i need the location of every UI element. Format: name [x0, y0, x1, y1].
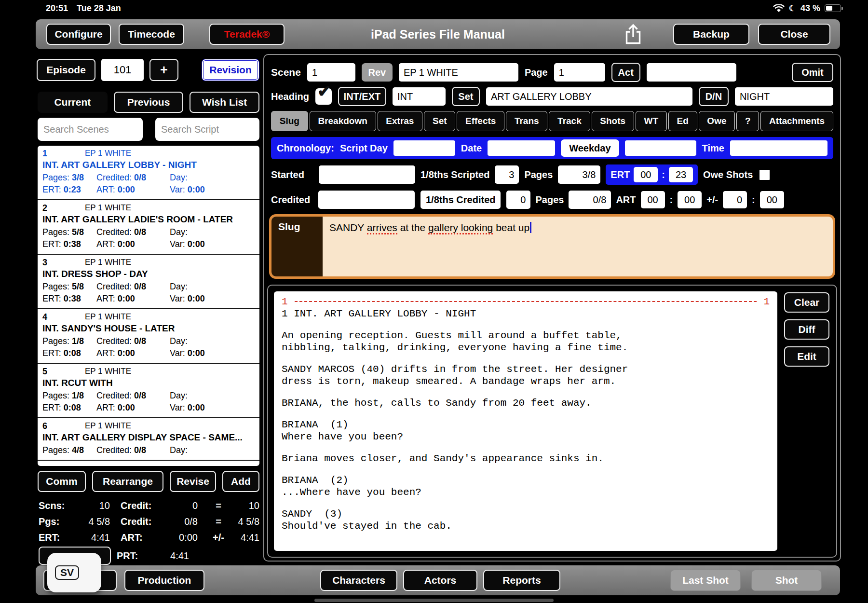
started-date-field[interactable] — [319, 165, 415, 184]
int-ext-button[interactable]: INT/EXT — [338, 87, 386, 106]
scene-list-item[interactable]: 3EP 1 WHITEINT. DRESS SHOP - DAYPages: 5… — [38, 255, 259, 309]
clear-button[interactable]: Clear — [784, 292, 829, 313]
eighths-credited-field[interactable]: 0 — [506, 191, 530, 209]
day-night-button[interactable]: D/N — [699, 87, 729, 106]
scene-list-item[interactable]: 2EP 1 WHITEINT. ART GALLERY LADIE'S ROOM… — [38, 200, 259, 255]
scene-item-number: 1 — [42, 149, 47, 158]
script-action-line: An opening reception. Guests mill around… — [282, 329, 770, 342]
tab-slug[interactable]: Slug — [271, 111, 308, 131]
share-export-icon[interactable] — [622, 23, 644, 45]
top-toolbar: Configure Timecode Teradek® iPad Series … — [36, 19, 840, 49]
stats-row: Scns:10Credit:0=10 — [39, 498, 260, 514]
int-ext-field[interactable]: INT — [393, 87, 446, 106]
scene-list-item[interactable]: 5EP 1 WHITEINT. RCUT WITHPages: 1/8Credi… — [38, 364, 259, 418]
eighths-credited-button[interactable]: 1/8ths Credited — [420, 190, 502, 210]
ert-hours-field[interactable]: 00 — [634, 167, 658, 182]
tab-track[interactable]: Track — [549, 111, 590, 131]
tab-wt[interactable]: WT — [636, 111, 667, 131]
actors-button[interactable]: Actors — [403, 570, 477, 591]
pages-scripted-field[interactable]: 3/8 — [558, 165, 600, 184]
script-scene-line: 1 INT. ART GALLERY LOBBY - NIGHT — [282, 308, 770, 320]
reports-button[interactable]: Reports — [483, 570, 560, 591]
act-button[interactable]: Act — [611, 63, 640, 82]
episode-button[interactable]: Episode — [37, 59, 95, 81]
omit-button[interactable]: Omit — [792, 63, 833, 82]
script-day-label: Script Day — [340, 143, 388, 154]
scene-list-item[interactable]: 1EP 1 WHITEINT. ART GALLERY LOBBY - NIGH… — [38, 146, 259, 200]
wifi-icon — [773, 4, 785, 13]
tab-effects[interactable]: Effects — [457, 111, 504, 131]
add-button[interactable]: Add — [222, 471, 259, 492]
scene-number-field[interactable]: 1 — [307, 63, 355, 82]
characters-button[interactable]: Characters — [320, 570, 397, 591]
tab-attachments[interactable]: Attachments — [760, 111, 833, 131]
eighths-scripted-field[interactable]: 3 — [495, 165, 519, 184]
home-indicator[interactable] — [314, 599, 554, 602]
stat-label: Pgs: — [39, 516, 80, 527]
revision-name-field[interactable]: EP 1 WHITE — [399, 63, 518, 82]
episode-number-field[interactable]: 101 — [101, 59, 144, 81]
tab-set[interactable]: Set — [424, 111, 455, 131]
tab-trans[interactable]: Trans — [506, 111, 547, 131]
left-tab-wish-list[interactable]: Wish List — [190, 92, 259, 113]
teradek-button[interactable]: Teradek® — [209, 24, 285, 45]
tab-extras[interactable]: Extras — [378, 111, 423, 131]
set-button[interactable]: Set — [452, 87, 480, 106]
stats-row: ERT:4:41ART:0:00+/-4:41 — [39, 530, 260, 546]
shot-button[interactable]: Shot — [751, 570, 822, 591]
scene-list-item[interactable]: 6EP 1 WHITEINT. ART GALLERY DISPLAY SPAC… — [38, 418, 259, 461]
art-minutes-field[interactable]: 00 — [678, 191, 702, 208]
weekday-button[interactable]: Weekday — [561, 139, 619, 157]
scene-list[interactable]: 1EP 1 WHITEINT. ART GALLERY LOBBY - NIGH… — [38, 146, 259, 466]
pages-credited-field[interactable]: 0/8 — [569, 191, 611, 209]
backup-button[interactable]: Backup — [673, 24, 749, 45]
ert-minutes-field[interactable]: 23 — [669, 167, 693, 182]
comm-button[interactable]: Comm — [38, 471, 86, 492]
close-button[interactable]: Close — [758, 24, 830, 45]
variance-hours-field[interactable]: 0 — [723, 191, 747, 208]
production-button[interactable]: Production — [124, 570, 204, 591]
act-value-field[interactable] — [647, 63, 736, 82]
credited-date-field[interactable] — [318, 191, 415, 209]
left-tab-previous[interactable]: Previous — [114, 92, 184, 113]
search-script-input[interactable]: Search Script — [155, 118, 259, 141]
scene-list-item[interactable]: 4EP 1 WHITEINT. SANDY'S HOUSE - LATERPag… — [38, 309, 259, 364]
tab-ed[interactable]: Ed — [668, 111, 697, 131]
diff-button[interactable]: Diff — [784, 319, 829, 340]
page-number-field[interactable]: 1 — [554, 63, 605, 82]
owe-shots-checkbox[interactable] — [758, 168, 771, 181]
script-page-view[interactable]: 1 1 1 INT. ART GALLERY LOBBY - NIGHT An … — [274, 291, 777, 551]
time-field[interactable] — [730, 140, 827, 156]
script-dialogue-line: Where have you been? — [282, 431, 770, 443]
edit-button[interactable]: Edit — [784, 346, 829, 367]
heading-checkbox[interactable] — [315, 88, 332, 105]
scene-item-pages-row: Pages: 1/8Credited: 0/8Day: — [42, 335, 255, 347]
revise-button[interactable]: Revise — [170, 471, 216, 492]
scene-item-revision: EP 1 WHITE — [85, 203, 131, 213]
sv-floating-widget[interactable]: SV — [47, 553, 101, 592]
script-day-field[interactable] — [393, 140, 455, 156]
stat-value: 10 — [231, 500, 259, 511]
stat-value: 0/8 — [167, 516, 198, 527]
set-name-field[interactable]: ART GALLERY LOBBY — [486, 87, 692, 106]
tab-shots[interactable]: Shots — [592, 111, 634, 131]
tab-owe[interactable]: Owe — [699, 111, 735, 131]
revision-button[interactable]: Revision — [202, 59, 259, 81]
variance-minutes-field[interactable]: 00 — [760, 191, 784, 208]
art-hours-field[interactable]: 00 — [641, 191, 665, 208]
add-episode-button[interactable]: + — [149, 59, 178, 81]
tab-misc[interactable]: ? — [736, 111, 759, 131]
timecode-button[interactable]: Timecode — [119, 24, 184, 45]
day-night-field[interactable]: NIGHT — [735, 87, 833, 106]
left-tab-current[interactable]: Current — [38, 92, 108, 113]
slug-text: beat up — [493, 222, 529, 233]
last-shot-button[interactable]: Last Shot — [670, 570, 741, 591]
slug-textarea[interactable]: SANDY arrives at the gallery looking bea… — [323, 217, 833, 276]
date-field[interactable] — [488, 140, 555, 156]
weekday-field[interactable] — [625, 140, 696, 156]
rev-button[interactable]: Rev — [362, 63, 393, 82]
configure-button[interactable]: Configure — [46, 24, 111, 45]
tab-breakdown[interactable]: Breakdown — [310, 111, 376, 131]
rearrange-button[interactable]: Rearrange — [92, 471, 163, 492]
search-scenes-input[interactable]: Search Scenes — [38, 118, 143, 141]
